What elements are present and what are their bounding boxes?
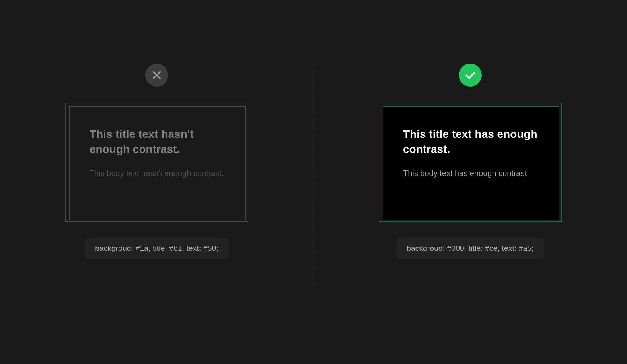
bad-card: This title text hasn't enough contrast. …: [69, 106, 246, 220]
bad-card-title: This title text hasn't enough contrast.: [90, 127, 226, 157]
success-badge: [459, 64, 482, 87]
fail-badge: [145, 64, 168, 87]
bad-card-body: This body text hasn't enough contrast.: [90, 167, 226, 180]
vertical-divider: [314, 64, 314, 286]
comparison-stage: This title text hasn't enough contrast. …: [0, 0, 627, 364]
bad-card-frame: This title text hasn't enough contrast. …: [65, 103, 248, 222]
x-icon: [151, 70, 162, 81]
bad-code-pill: backgroud: #1a, title: #81, text: #50;: [85, 238, 229, 259]
good-card-frame: This title text has enough contrast. Thi…: [379, 103, 562, 222]
check-icon: [464, 69, 476, 81]
bad-example-column: This title text hasn't enough contrast. …: [0, 64, 314, 259]
good-card-title: This title text has enough contrast.: [403, 127, 539, 157]
good-card-body: This body text has enough contrast.: [403, 167, 539, 180]
good-example-column: This title text has enough contrast. Thi…: [314, 64, 627, 259]
good-code-pill: backgroud: #000, title: #ce, text: #a5;: [396, 238, 544, 259]
good-card: This title text has enough contrast. Thi…: [383, 106, 559, 220]
